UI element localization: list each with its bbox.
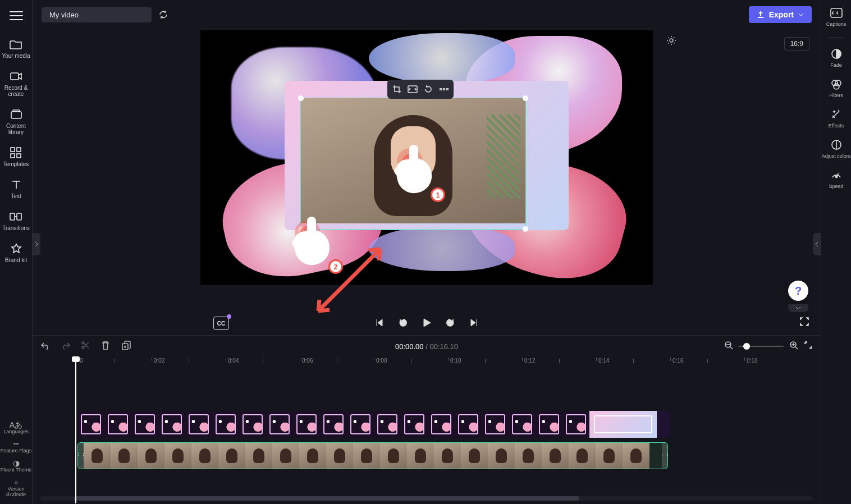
tutorial-arrow-icon bbox=[307, 238, 391, 322]
svg-rect-6 bbox=[17, 154, 21, 158]
duplicate-button[interactable] bbox=[121, 341, 132, 352]
svg-rect-0 bbox=[11, 73, 19, 80]
svg-rect-4 bbox=[17, 148, 21, 152]
sync-icon[interactable] bbox=[158, 10, 168, 20]
dev-fluent-theme[interactable]: ◑Fluent Theme bbox=[1, 460, 31, 473]
right-item-adjust-colors[interactable]: Adjust colors bbox=[822, 139, 851, 159]
sidebar-label: Templates bbox=[3, 161, 29, 167]
delete-button[interactable] bbox=[101, 341, 112, 352]
rotate-button[interactable] bbox=[421, 82, 436, 97]
redo-button[interactable] bbox=[61, 341, 72, 352]
templates-icon bbox=[10, 146, 22, 159]
clip-thumbnails bbox=[77, 411, 670, 438]
help-collapse[interactable] bbox=[788, 304, 808, 312]
undo-button[interactable] bbox=[40, 341, 52, 352]
library-icon bbox=[10, 108, 22, 121]
right-item-fade[interactable]: Fade bbox=[830, 48, 843, 68]
video-track-clip[interactable]: ⋮⋮ ⋮⋮ bbox=[77, 442, 668, 469]
sidebar-item-templates[interactable]: Templates bbox=[2, 146, 30, 167]
brand-kit-icon bbox=[10, 242, 22, 255]
right-item-effects[interactable]: Effects bbox=[829, 108, 844, 129]
playhead[interactable] bbox=[75, 358, 76, 503]
camera-icon bbox=[10, 70, 22, 83]
speed-icon bbox=[830, 169, 843, 181]
zoom-slider[interactable] bbox=[739, 346, 784, 347]
adjust-colors-icon bbox=[830, 139, 843, 151]
filters-icon bbox=[830, 78, 843, 90]
sidebar-right: Captions Fade Filters Effects Adjust col… bbox=[821, 0, 851, 504]
sidebar-item-brand-kit[interactable]: Brand kit bbox=[4, 242, 28, 263]
clip-trim-left[interactable]: ⋮⋮ bbox=[78, 443, 84, 469]
sidebar-item-text[interactable]: Text bbox=[9, 178, 24, 199]
fit-button[interactable] bbox=[405, 82, 420, 97]
right-item-filters[interactable]: Filters bbox=[829, 78, 843, 98]
split-button[interactable] bbox=[81, 341, 92, 352]
svg-rect-1 bbox=[11, 112, 21, 118]
help-button[interactable]: ? bbox=[788, 281, 808, 301]
dev-feature-flags[interactable]: •••Feature Flags bbox=[1, 441, 32, 453]
timeline-scrollbar[interactable] bbox=[40, 496, 813, 501]
svg-point-24 bbox=[834, 84, 839, 89]
clip-trim-right[interactable]: ⋮⋮ bbox=[662, 443, 667, 469]
timeline-tracks[interactable]: ⋮⋮ ⋮⋮ bbox=[33, 370, 821, 504]
zoom-fit-button[interactable] bbox=[804, 341, 813, 352]
sidebar-item-record-create[interactable]: Record & create bbox=[0, 70, 32, 97]
sidebar-label: Record & create bbox=[1, 85, 31, 97]
dev-version[interactable]: ⟐Version d72b9de bbox=[0, 479, 32, 497]
crop-button[interactable] bbox=[390, 82, 404, 97]
zoom-in-button[interactable] bbox=[789, 341, 798, 352]
svg-rect-8 bbox=[17, 213, 21, 220]
svg-line-14 bbox=[318, 249, 380, 311]
zoom-controls bbox=[724, 341, 813, 352]
svg-point-16 bbox=[82, 346, 84, 349]
aspect-ratio-selector[interactable]: 16:9 bbox=[784, 37, 809, 51]
svg-point-9 bbox=[670, 39, 673, 42]
more-options-button[interactable] bbox=[437, 82, 451, 97]
text-icon bbox=[10, 178, 22, 191]
frame-track-clip[interactable] bbox=[77, 411, 670, 438]
zoom-out-button[interactable] bbox=[724, 341, 733, 352]
sidebar-label: Transitions bbox=[2, 225, 30, 231]
svg-point-15 bbox=[82, 342, 84, 344]
ai-badge-icon bbox=[227, 314, 231, 319]
video-canvas[interactable]: 1 2 bbox=[200, 30, 653, 285]
dev-languages[interactable]: AあLanguages bbox=[3, 422, 29, 434]
sidebar-item-transitions[interactable]: Transitions bbox=[1, 210, 31, 231]
folder-icon bbox=[10, 38, 22, 51]
tutorial-step-1: 1 bbox=[431, 187, 445, 202]
right-item-speed[interactable]: Speed bbox=[829, 169, 843, 189]
skip-end-button[interactable] bbox=[467, 316, 481, 329]
svg-point-11 bbox=[440, 89, 442, 90]
svg-point-12 bbox=[443, 89, 445, 90]
menu-button[interactable] bbox=[8, 8, 24, 24]
svg-rect-3 bbox=[11, 148, 15, 152]
fade-icon bbox=[830, 48, 843, 60]
clip-floating-toolbar bbox=[387, 80, 454, 99]
tutorial-hand-1: 1 bbox=[397, 148, 442, 199]
sidebar-item-your-media[interactable]: Your media bbox=[1, 38, 31, 59]
export-button[interactable]: Export bbox=[749, 6, 812, 23]
svg-rect-7 bbox=[10, 213, 15, 220]
project-name-input[interactable] bbox=[42, 7, 152, 22]
captions-toggle[interactable]: CC bbox=[213, 317, 229, 330]
rewind-button[interactable] bbox=[396, 316, 410, 329]
play-button[interactable] bbox=[420, 316, 433, 329]
sidebar-item-content-library[interactable]: Content library bbox=[0, 108, 32, 135]
forward-button[interactable] bbox=[443, 316, 457, 329]
timeline-ruler[interactable]: 0 0:02 0:04 0:06 0:08 0:10 0:12 0:14 0:1… bbox=[33, 358, 821, 370]
expand-right-panel[interactable] bbox=[813, 233, 821, 255]
clip-thumbnails bbox=[84, 443, 662, 469]
sidebar-label: Content library bbox=[1, 123, 31, 135]
right-item-captions[interactable]: Captions bbox=[826, 7, 847, 27]
svg-point-13 bbox=[447, 89, 449, 90]
svg-point-26 bbox=[835, 176, 837, 178]
timecode: 00:00.00 / 00:16.10 bbox=[395, 342, 458, 351]
svg-rect-2 bbox=[13, 110, 20, 112]
total-time: 00:16.10 bbox=[429, 342, 458, 351]
preview-settings-button[interactable] bbox=[666, 35, 678, 47]
svg-point-23 bbox=[835, 80, 841, 86]
fullscreen-button[interactable] bbox=[799, 317, 809, 329]
captions-icon bbox=[830, 7, 843, 19]
main-area: Export 16:9 bbox=[33, 0, 821, 504]
svg-rect-5 bbox=[11, 154, 15, 158]
